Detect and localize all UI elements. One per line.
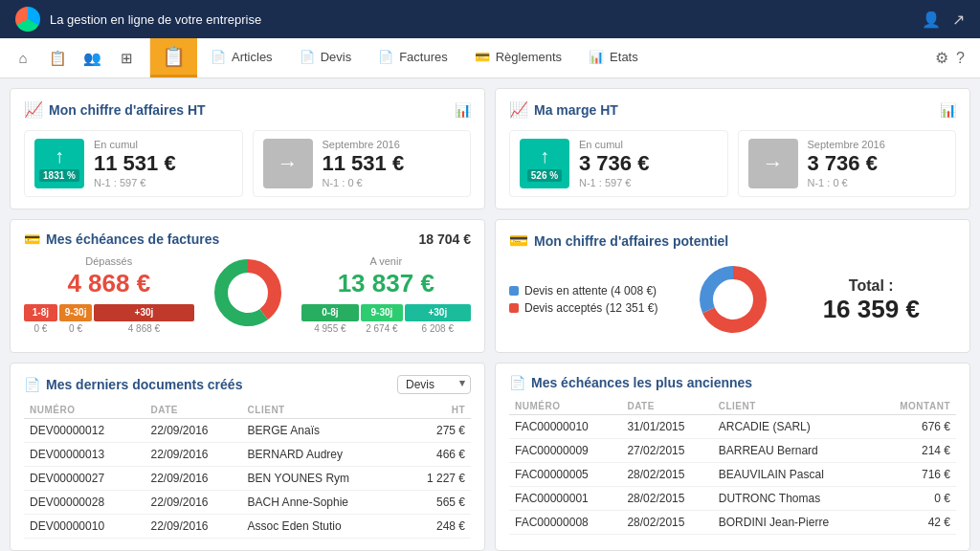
potentiel-title: Mon chiffre d'affaires potentiel bbox=[534, 233, 728, 249]
ech-col-montant: MONTANT bbox=[874, 398, 956, 415]
docs-icon: 📄 bbox=[24, 377, 40, 392]
marge-cumul-value: 3 736 € bbox=[579, 152, 649, 175]
ca-ht-bar-icon: 📊 bbox=[455, 102, 471, 118]
calendar-icon[interactable]: 📋 bbox=[42, 43, 73, 74]
bar-val-2: 0 € bbox=[59, 323, 93, 334]
table-row: FAC00000001 28/02/2015 DUTRONC Thomas 0 … bbox=[509, 487, 956, 511]
doc-date: 22/09/2016 bbox=[145, 467, 241, 491]
help-icon[interactable]: ? bbox=[956, 50, 965, 67]
docs-table-body: DEV00000012 22/09/2016 BERGE Anaïs 275 €… bbox=[24, 419, 471, 539]
factures-icon: 📄 bbox=[378, 50, 393, 64]
derniers-docs-table: NUMÉRO DATE CLIENT HT DEV00000012 22/09/… bbox=[24, 402, 471, 539]
reglements-icon: 💳 bbox=[475, 50, 490, 64]
nav-right-icons: ⚙ ? bbox=[935, 38, 972, 77]
ech-anc-table-header: NUMÉRO DATE CLIENT MONTANT bbox=[509, 398, 956, 415]
doc-ht: 248 € bbox=[401, 515, 471, 539]
table-row: FAC00000005 28/02/2015 BEAUVILAIN Pascal… bbox=[509, 463, 956, 487]
nav-reglements-label: Règlements bbox=[496, 50, 562, 64]
nav-factures[interactable]: 📄Factures bbox=[365, 38, 461, 77]
potentiel-donut bbox=[695, 261, 771, 341]
echeances-donut-svg bbox=[210, 254, 286, 331]
ech-numero: FAC00000009 bbox=[509, 439, 621, 463]
bar-val-3: 4 868 € bbox=[94, 323, 193, 334]
grid-icon[interactable]: ⊞ bbox=[111, 43, 142, 74]
legend-label-attente: Devis en attente (4 008 €) bbox=[524, 284, 657, 298]
nav-reglements[interactable]: 💳Règlements bbox=[461, 38, 575, 77]
nav-devis[interactable]: 📄Devis bbox=[286, 38, 366, 77]
doc-date: 22/09/2016 bbox=[145, 419, 241, 443]
depasses-bars: 1-8j 9-30j +30j bbox=[24, 304, 194, 321]
doc-numero: DEV00000028 bbox=[24, 491, 145, 515]
ech-date: 28/02/2015 bbox=[621, 511, 712, 535]
home-icon[interactable]: ⌂ bbox=[8, 43, 38, 74]
legend-label-acceptes: Devis acceptés (12 351 €) bbox=[524, 301, 657, 315]
nav-articles[interactable]: 📄Articles bbox=[197, 38, 286, 77]
settings-icon[interactable]: ⚙ bbox=[935, 49, 948, 67]
bar-val-r3: 6 208 € bbox=[405, 323, 471, 334]
ca-ht-title: Mon chiffre d'affaires HT bbox=[49, 102, 206, 118]
user-icon[interactable]: 👤 bbox=[922, 11, 941, 29]
marge-sept-sub: N-1 : 0 € bbox=[808, 177, 885, 188]
echeances-anciennes-title-left: 📄 Mes échéances les plus anciennes bbox=[509, 375, 752, 390]
marge-ht-title-left: 📈 Ma marge HT bbox=[509, 100, 618, 119]
ech-montant: 214 € bbox=[874, 439, 956, 463]
ca-ht-card: 📈 Mon chiffre d'affaires HT 📊 ↑ 1831 % E… bbox=[10, 88, 485, 209]
doc-date: 22/09/2016 bbox=[145, 443, 241, 467]
ech-numero: FAC00000005 bbox=[509, 463, 621, 487]
users-icon[interactable]: 👥 bbox=[77, 43, 107, 74]
nav-etats-label: Etats bbox=[610, 50, 638, 64]
table-row: FAC00000009 27/02/2015 BARREAU Bernard 2… bbox=[509, 439, 956, 463]
ca-ht-kpi-row: ↑ 1831 % En cumul 11 531 € N-1 : 597 € →… bbox=[24, 130, 471, 197]
derniers-docs-title-left: 📄 Mes derniers documents créés bbox=[24, 377, 242, 392]
bar-val-r1: 4 955 € bbox=[301, 323, 360, 334]
ech-anc-icon: 📄 bbox=[509, 375, 525, 390]
legend-acceptes: Devis acceptés (12 351 €) bbox=[509, 301, 679, 315]
col-client: CLIENT bbox=[242, 402, 401, 419]
potentiel-icon: 💳 bbox=[509, 231, 528, 250]
potentiel-title-left: 💳 Mon chiffre d'affaires potentiel bbox=[509, 231, 728, 250]
table-row: FAC00000010 31/01/2015 ARCADIE (SARL) 67… bbox=[509, 415, 956, 439]
doc-ht: 1 227 € bbox=[401, 467, 471, 491]
bar-1-8: 1-8j bbox=[24, 304, 57, 321]
ca-ht-sept: → Septembre 2016 11 531 € N-1 : 0 € bbox=[253, 130, 472, 197]
marge-cumul-sub: N-1 : 597 € bbox=[579, 177, 649, 188]
echeances-title-left: 💳 Mes échéances de factures bbox=[24, 231, 219, 247]
doc-client: BERNARD Audrey bbox=[242, 443, 401, 467]
echeances-total: 18 704 € bbox=[419, 231, 472, 247]
bar-9-30-r: 9-30j bbox=[361, 304, 402, 321]
doc-client: Assoc Eden Stutio bbox=[242, 515, 401, 539]
nav-factures-label: Factures bbox=[399, 50, 448, 64]
ech-col-client: CLIENT bbox=[713, 398, 875, 415]
bar-0-8: 0-8j bbox=[301, 304, 360, 321]
potentiel-legend: Devis en attente (4 008 €) Devis accepté… bbox=[509, 284, 679, 319]
ech-col-date: DATE bbox=[621, 398, 712, 415]
external-icon[interactable]: ↗ bbox=[952, 11, 965, 29]
etats-icon: 📊 bbox=[589, 50, 604, 64]
devis-icon: 📄 bbox=[300, 50, 315, 64]
docs-table-header: NUMÉRO DATE CLIENT HT bbox=[24, 402, 471, 419]
depasses-label: Dépassés bbox=[24, 255, 194, 267]
ech-client: BORDINI Jean-Pierre bbox=[713, 511, 875, 535]
doc-numero: DEV00000012 bbox=[24, 419, 145, 443]
doc-client: BACH Anne-Sophie bbox=[242, 491, 401, 515]
avenir-label: A venir bbox=[301, 255, 472, 267]
docs-dropdown[interactable]: Devis Factures bbox=[397, 375, 471, 394]
bar-val-1: 0 € bbox=[24, 323, 57, 334]
potentiel-donut-svg bbox=[695, 261, 771, 338]
nav-dashboard[interactable]: 📋 bbox=[150, 38, 197, 77]
echeances-donut bbox=[210, 254, 286, 334]
nav-articles-label: Articles bbox=[232, 50, 273, 64]
marge-ht-sept: → Septembre 2016 3 736 € N-1 : 0 € bbox=[738, 130, 957, 197]
docs-dropdown-wrap[interactable]: Devis Factures bbox=[397, 375, 471, 394]
ca-cumul-badge: 1831 % bbox=[39, 169, 79, 182]
doc-ht: 565 € bbox=[401, 491, 471, 515]
nav-etats[interactable]: 📊Etats bbox=[575, 38, 652, 77]
ech-montant: 716 € bbox=[874, 463, 956, 487]
ca-cumul-value: 11 531 € bbox=[94, 152, 176, 175]
marge-sept-arrow: → bbox=[748, 139, 798, 188]
ca-ht-cumul: ↑ 1831 % En cumul 11 531 € N-1 : 597 € bbox=[24, 130, 243, 197]
main-content: 📈 Mon chiffre d'affaires HT 📊 ↑ 1831 % E… bbox=[0, 78, 980, 551]
ca-sept-sub: N-1 : 0 € bbox=[323, 177, 405, 188]
ech-client: BEAUVILAIN Pascal bbox=[713, 463, 875, 487]
avenir-value: 13 837 € bbox=[301, 269, 472, 298]
